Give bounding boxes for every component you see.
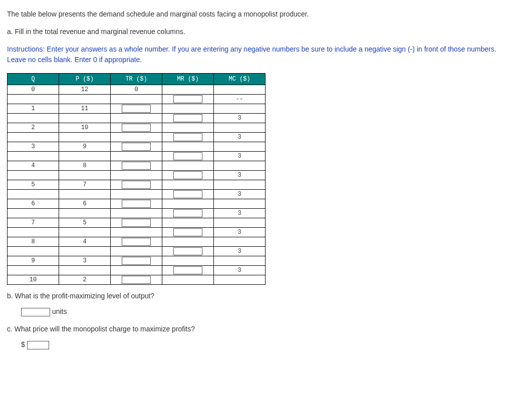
table-header-row: Q P ($) TR ($) MR ($) MC ($) [8, 74, 266, 85]
col-q: Q [8, 74, 59, 85]
tr-input[interactable] [122, 276, 151, 284]
tr-input[interactable] [122, 143, 151, 151]
table-row: 2 10 [8, 123, 266, 133]
cell-p: 9 [59, 142, 111, 152]
part-c-text: c. What price will the monopolist charge… [7, 324, 510, 334]
col-mr: MR ($) [162, 74, 214, 85]
cell-q: 1 [8, 104, 59, 114]
cell-q: 8 [8, 237, 59, 247]
instructions-body: : Enter your answers as a whole number. … [7, 45, 496, 64]
table-row: 8 4 [8, 237, 266, 247]
cell-tr [111, 95, 162, 104]
cell-p: 11 [59, 104, 111, 114]
tr-input[interactable] [122, 181, 151, 189]
units-label: units [52, 307, 67, 315]
tr-input[interactable] [122, 105, 151, 113]
cell-p: 4 [59, 237, 111, 247]
tr-input[interactable] [122, 124, 151, 132]
mr-input[interactable] [173, 209, 202, 217]
table-row: 9 3 [8, 256, 266, 266]
output-input[interactable] [21, 308, 50, 316]
table-row: 5 7 [8, 180, 266, 190]
col-p: P ($) [59, 74, 111, 85]
table-row: -- [8, 95, 266, 104]
cell-tr: 0 [111, 85, 162, 95]
table-row: 1 11 [8, 104, 266, 114]
demand-table: Q P ($) TR ($) MR ($) MC ($) 0 12 0 -- 1… [7, 73, 266, 285]
mr-input[interactable] [173, 171, 202, 179]
col-tr: TR ($) [111, 74, 162, 85]
dollar-sign: $ [21, 340, 25, 348]
table-row: 3 [8, 171, 266, 180]
cell-mc: 3 [214, 190, 266, 199]
table-row: 3 9 [8, 142, 266, 152]
cell-q: 4 [8, 161, 59, 171]
tr-input[interactable] [122, 238, 151, 246]
table-row: 3 [8, 209, 266, 218]
cell-p: 8 [59, 161, 111, 171]
cell-p: 3 [59, 256, 111, 266]
cell-q: 0 [8, 85, 59, 95]
cell-p: 12 [59, 85, 111, 95]
cell-q: 6 [8, 199, 59, 209]
instructions-label: Instructions [7, 45, 43, 53]
mr-input[interactable] [173, 266, 202, 274]
cell-p: 5 [59, 218, 111, 228]
table-row: 10 2 [8, 275, 266, 285]
table-row: 6 6 [8, 199, 266, 209]
cell-mc: 3 [214, 152, 266, 161]
table-row: 3 [8, 228, 266, 237]
tr-input[interactable] [122, 257, 151, 265]
cell-q: 3 [8, 142, 59, 152]
table-row: 7 5 [8, 218, 266, 228]
table-row: 3 [8, 266, 266, 275]
tr-input[interactable] [122, 219, 151, 227]
part-b-text: b. What is the profit-maximizing level o… [7, 291, 510, 301]
cell-q: 7 [8, 218, 59, 228]
instructions: Instructions: Enter your answers as a wh… [7, 44, 510, 65]
tr-input[interactable] [122, 162, 151, 170]
mr-input[interactable] [173, 190, 202, 198]
cell-mc: 3 [214, 114, 266, 123]
cell-q: 9 [8, 256, 59, 266]
cell-mc: 3 [214, 228, 266, 237]
table-row: 3 [8, 133, 266, 142]
col-mc: MC ($) [214, 74, 266, 85]
cell-q: 2 [8, 123, 59, 133]
cell-mc: 3 [214, 171, 266, 180]
cell-mr [162, 104, 214, 114]
cell-p: 2 [59, 275, 111, 285]
mr-input[interactable] [173, 133, 202, 141]
tr-input[interactable] [122, 200, 151, 208]
table-row: 3 [8, 114, 266, 123]
cell-mc: -- [214, 95, 266, 104]
cell-p: 7 [59, 180, 111, 190]
cell-p: 10 [59, 123, 111, 133]
cell-mr [162, 85, 214, 95]
mr-input[interactable] [173, 247, 202, 255]
cell-mc [214, 85, 266, 95]
table-row: 3 [8, 247, 266, 256]
cell-q: 5 [8, 180, 59, 190]
cell-mc: 3 [214, 133, 266, 142]
cell-q [8, 95, 59, 104]
cell-mc [214, 104, 266, 114]
mr-input[interactable] [173, 114, 202, 122]
part-a-text: a. Fill in the total revenue and margina… [7, 27, 510, 37]
cell-p: 6 [59, 199, 111, 209]
mr-input[interactable] [173, 95, 202, 103]
mr-input[interactable] [173, 228, 202, 236]
cell-mc: 3 [214, 266, 266, 275]
cell-tr [111, 104, 162, 114]
price-input[interactable] [27, 341, 49, 349]
cell-q: 10 [8, 275, 59, 285]
table-row: 3 [8, 152, 266, 161]
cell-mc: 3 [214, 209, 266, 218]
intro-text: The table below presents the demand sche… [7, 9, 510, 20]
cell-mr [162, 95, 214, 104]
cell-mc: 3 [214, 247, 266, 256]
table-row: 4 8 [8, 161, 266, 171]
mr-input[interactable] [173, 152, 202, 160]
table-row: 3 [8, 190, 266, 199]
cell-p [59, 95, 111, 104]
